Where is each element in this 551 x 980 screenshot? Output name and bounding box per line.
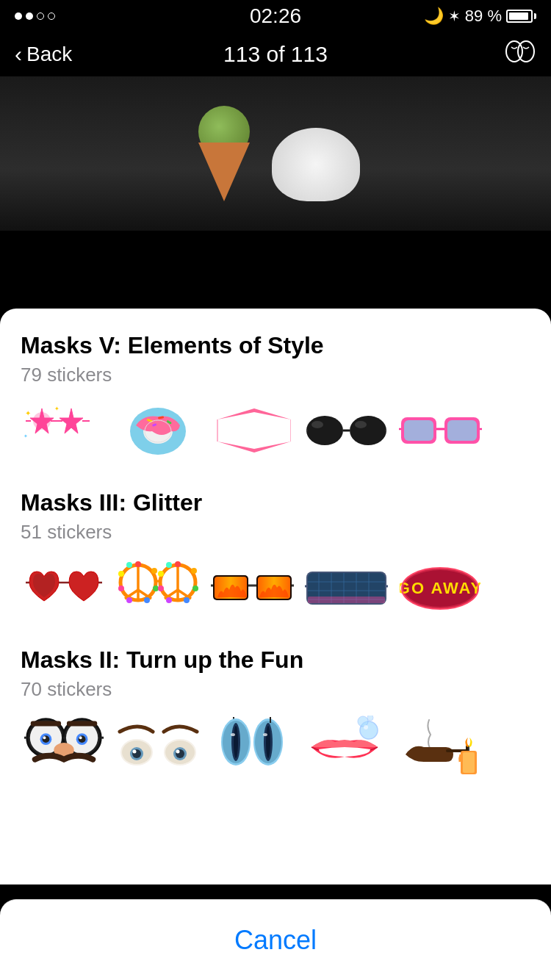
svg-point-113	[176, 750, 179, 754]
sticker-lips-bubble[interactable]	[303, 716, 389, 774]
stickers-row-2: GO AWAY	[21, 558, 530, 617]
pack-title-2: Masks III: Glitter	[21, 489, 530, 516]
pack-title-1: Masks V: Elements of Style	[21, 332, 530, 359]
svg-point-123	[266, 726, 270, 758]
sticker-black-shades[interactable]	[303, 401, 389, 460]
svg-point-27	[311, 421, 323, 428]
battery-icon	[506, 10, 536, 23]
svg-point-55	[175, 561, 181, 567]
back-label: Back	[26, 43, 72, 66]
svg-point-28	[355, 421, 367, 428]
sticker-heart-glasses[interactable]	[21, 558, 107, 617]
pack-title-3: Masks II: Turn up the Fun	[21, 646, 530, 674]
sticker-fire-shades[interactable]	[209, 558, 295, 617]
svg-point-52	[118, 586, 124, 591]
svg-rect-133	[463, 752, 475, 773]
svg-point-128	[367, 716, 373, 721]
svg-point-57	[192, 586, 198, 591]
nav-bar: ‹ Back 113 of 113	[0, 32, 551, 76]
svg-text:✦: ✦	[24, 433, 28, 439]
signal-dot-2	[26, 12, 33, 20]
pack-masks-v: Masks V: Elements of Style 79 stickers ✦…	[21, 332, 530, 460]
status-time: 02:26	[250, 4, 301, 28]
svg-point-129	[364, 725, 368, 729]
svg-point-50	[144, 597, 150, 603]
svg-point-101	[79, 736, 82, 739]
svg-rect-32	[447, 420, 477, 441]
sticker-groucho[interactable]	[21, 716, 107, 774]
svg-point-98	[43, 735, 50, 743]
svg-point-47	[135, 561, 141, 567]
svg-point-127	[358, 716, 368, 727]
signal-dots	[15, 12, 55, 20]
fluffy-character	[272, 128, 360, 201]
stickers-row-3	[21, 716, 530, 774]
pack-masks-ii: Masks II: Turn up the Fun 70 stickers	[21, 646, 530, 774]
svg-point-99	[79, 735, 86, 743]
sticker-sheet: Masks V: Elements of Style 79 stickers ✦…	[0, 309, 551, 884]
svg-marker-19	[217, 442, 291, 453]
svg-rect-31	[404, 420, 433, 441]
sticker-pipe-candle[interactable]	[397, 716, 483, 774]
pack-masks-iii: Masks III: Glitter 51 stickers	[21, 489, 530, 617]
svg-point-124	[263, 733, 267, 736]
chevron-left-icon: ‹	[15, 42, 22, 67]
pack-count-1: 79 stickers	[21, 364, 530, 386]
pack-count-2: 51 stickers	[21, 521, 530, 544]
svg-point-108	[132, 750, 136, 754]
svg-text:✦: ✦	[54, 406, 60, 412]
svg-marker-8	[60, 408, 83, 433]
svg-point-100	[43, 736, 46, 739]
stickers-row-1: ✦ ✦ ✦	[21, 401, 530, 460]
svg-point-3	[33, 412, 51, 430]
svg-point-60	[158, 586, 164, 591]
status-bar: 02:26 🌙 ✶ 89 %	[0, 0, 551, 32]
svg-point-61	[158, 571, 164, 577]
background-image	[0, 76, 551, 231]
nav-title: 113 of 113	[223, 42, 328, 67]
pack-count-3: 70 stickers	[21, 678, 530, 701]
svg-point-22	[306, 416, 343, 445]
sticker-star-glasses[interactable]: ✦ ✦ ✦	[21, 401, 107, 460]
masks-icon[interactable]	[504, 35, 536, 74]
svg-point-58	[184, 597, 190, 603]
cancel-label: Cancel	[234, 925, 317, 956]
sticker-peace-glasses[interactable]	[115, 558, 201, 617]
svg-point-1	[518, 41, 534, 62]
svg-point-62	[166, 562, 172, 568]
sticker-visor[interactable]	[303, 558, 389, 617]
status-right: 🌙 ✶ 89 %	[424, 7, 536, 26]
characters	[191, 106, 360, 201]
svg-point-51	[126, 597, 132, 603]
svg-point-23	[350, 416, 386, 445]
svg-point-118	[234, 726, 238, 758]
svg-marker-18	[217, 408, 291, 419]
svg-text:✦: ✦	[25, 409, 31, 417]
sticker-go-away[interactable]: GO AWAY	[397, 558, 483, 617]
svg-point-53	[118, 571, 124, 577]
signal-dot-1	[15, 12, 22, 20]
sticker-pink-arrow[interactable]	[209, 401, 295, 460]
svg-point-56	[191, 568, 197, 574]
sticker-alien-eyes[interactable]	[209, 716, 295, 774]
svg-point-49	[153, 586, 159, 591]
svg-point-48	[151, 568, 157, 574]
svg-point-54	[126, 562, 132, 568]
cancel-button[interactable]: Cancel	[0, 899, 551, 980]
back-button[interactable]: ‹ Back	[15, 42, 72, 67]
svg-rect-94	[31, 721, 61, 727]
sticker-sad-eyes[interactable]	[115, 716, 201, 774]
svg-point-59	[166, 597, 172, 603]
moon-icon: 🌙	[424, 7, 444, 26]
svg-rect-95	[67, 721, 97, 727]
svg-rect-81	[308, 597, 385, 603]
svg-point-119	[231, 733, 235, 736]
sticker-donut[interactable]	[115, 401, 201, 460]
signal-dot-4	[48, 12, 55, 20]
svg-text:GO AWAY: GO AWAY	[400, 579, 480, 597]
bluetooth-icon: ✶	[448, 7, 461, 25]
sticker-pink-frames[interactable]	[397, 401, 483, 460]
signal-dot-3	[37, 12, 44, 20]
battery-percent: 89 %	[465, 7, 502, 26]
icecream-character	[191, 106, 257, 201]
